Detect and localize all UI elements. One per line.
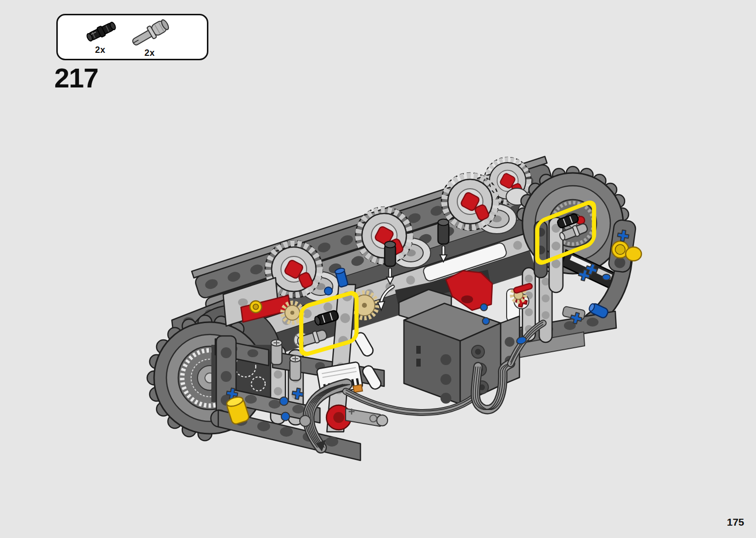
- page-number: 175: [727, 516, 744, 528]
- gray-pin-standing-icon: [290, 356, 301, 381]
- towball-icon: [377, 415, 388, 426]
- gray-pin-standing-icon: [271, 340, 282, 365]
- model-illustration: [0, 0, 756, 538]
- orange-contact-icon: [353, 385, 362, 393]
- instruction-page: 2x 2x 217: [0, 0, 756, 538]
